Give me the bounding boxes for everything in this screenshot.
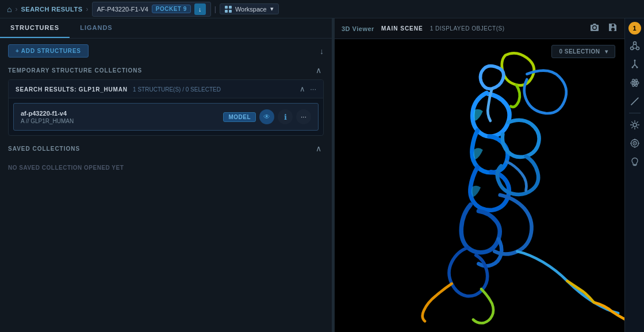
collection-more-btn[interactable]: ··· — [310, 85, 316, 93]
workspace-label: Workspace — [235, 6, 267, 13]
top-bar-row: + ADD STRUCTURES ↓ — [8, 44, 324, 58]
home-icon[interactable]: ⌂ — [7, 5, 12, 14]
more-options-button[interactable]: ··· — [296, 109, 311, 124]
panel-content: + ADD STRUCTURES ↓ TEMPORARY STRUCTURE C… — [0, 39, 332, 332]
saved-collections-title: SAVED COLLECTIONS — [8, 146, 80, 152]
breadcrumb-separator-2: › — [86, 5, 89, 13]
pocket-badge: POCKET 9 — [152, 5, 191, 13]
search-results-breadcrumb[interactable]: SEARCH RESULTS — [21, 6, 82, 13]
info-button[interactable]: ℹ — [278, 109, 293, 124]
svg-point-13 — [633, 123, 637, 127]
ellipsis-icon: ··· — [301, 113, 306, 121]
svg-point-16 — [634, 143, 635, 144]
workspace-button[interactable]: Workspace ▾ — [220, 3, 279, 14]
collection-controls: ∧ ··· — [300, 85, 316, 93]
settings-icon — [630, 120, 640, 130]
add-structures-button[interactable]: + ADD STRUCTURES — [8, 44, 89, 58]
download-all-button[interactable]: ↓ — [320, 47, 324, 56]
svg-line-4 — [636, 44, 637, 48]
saved-collections-collapse[interactable]: ∧ — [313, 144, 324, 153]
nav-divider: | — [214, 5, 216, 13]
snapshot-icon — [590, 23, 599, 32]
active-structure-item[interactable]: AF-P43220-F1-V4 POCKET 9 ↓ — [92, 2, 211, 17]
molecule-icon — [630, 41, 640, 51]
active-structure-label: AF-P43220-F1-V4 — [97, 6, 148, 13]
top-navigation: ⌂ › SEARCH RESULTS › AF-P43220-F1-V4 POC… — [0, 0, 644, 18]
snapshot-button[interactable] — [589, 22, 600, 35]
branch-icon — [630, 59, 640, 70]
temp-collections-collapse[interactable]: ∧ — [313, 66, 324, 75]
visibility-toggle-button[interactable]: 👁 — [259, 109, 274, 124]
main-layout: STRUCTURES LIGANDS + ADD STRUCTURES ↓ TE… — [0, 18, 644, 332]
lightbulb-icon — [630, 157, 640, 167]
svg-point-12 — [634, 82, 636, 84]
right-panel: 3D Viewer MAIN SCENE 1 DISPLAYED OBJECT(… — [335, 18, 644, 332]
save-icon — [608, 23, 618, 32]
saved-collections-header: SAVED COLLECTIONS ∧ — [8, 144, 324, 153]
collection-header: SEARCH RESULTS: GLP1R_HUMAN 1 STRUCTURE(… — [9, 80, 323, 98]
viewer-label: 3D Viewer — [342, 25, 374, 32]
saved-collections-section: SAVED COLLECTIONS ∧ NO SAVED COLLECTION … — [8, 144, 324, 178]
svg-point-7 — [631, 67, 633, 68]
workspace-dropdown-icon: ▾ — [270, 5, 274, 13]
selection-dropdown[interactable]: 0 SELECTION ▾ — [551, 45, 615, 58]
tabs-row: STRUCTURES LIGANDS — [0, 18, 332, 39]
viewer-objects-label: 1 DISPLAYED OBJECT(S) — [430, 25, 505, 32]
collection-title-prefix: SEARCH RESULTS: — [16, 86, 79, 93]
settings-button[interactable] — [627, 117, 643, 133]
temp-collections-title: TEMPORARY STRUCTURE COLLECTIONS — [8, 67, 142, 74]
measure-icon — [630, 96, 640, 106]
focus-button[interactable] — [627, 135, 643, 151]
structure-chain: A // GLP1R_HUMAN — [21, 118, 74, 124]
tab-ligands[interactable]: LIGANDS — [70, 18, 123, 38]
toolbar-divider-1 — [629, 113, 641, 113]
tree-view-button[interactable] — [627, 56, 643, 72]
eye-icon: 👁 — [263, 113, 270, 121]
save-view-button[interactable] — [607, 22, 619, 35]
svg-point-1 — [630, 47, 633, 50]
selection-dropdown-arrow: ▾ — [605, 48, 608, 55]
bond-view-button[interactable] — [627, 75, 643, 91]
grid-icon — [225, 6, 232, 13]
svg-line-3 — [632, 44, 634, 48]
collection-collapse-btn[interactable]: ∧ — [300, 85, 305, 93]
measure-button[interactable] — [627, 93, 643, 109]
atom-icon — [630, 78, 640, 88]
notification-badge: 1 — [628, 22, 641, 35]
info-icon: ℹ — [284, 113, 287, 121]
collection-block: SEARCH RESULTS: GLP1R_HUMAN 1 STRUCTURE(… — [8, 79, 324, 136]
viewer-header: 3D Viewer MAIN SCENE 1 DISPLAYED OBJECT(… — [335, 18, 644, 39]
temp-collections-header: TEMPORARY STRUCTURE COLLECTIONS ∧ — [8, 66, 324, 75]
breadcrumb-separator-1: › — [15, 5, 17, 13]
collection-meta: 1 STRUCTURE(S) / 0 SELECTED — [133, 86, 221, 93]
no-collection-message: NO SAVED COLLECTION OPENED YET — [8, 158, 324, 178]
model-badge: MODEL — [223, 112, 256, 122]
molecule-view-button[interactable] — [627, 38, 643, 54]
tab-structures[interactable]: STRUCTURES — [0, 18, 70, 38]
structure-item: af-p43220-f1-v4 A // GLP1R_HUMAN MODEL 👁… — [13, 103, 319, 131]
collection-title-highlight: GLP1R_HUMAN — [79, 86, 128, 93]
svg-point-6 — [634, 60, 635, 62]
add-structures-label: + ADD STRUCTURES — [16, 48, 81, 54]
target-icon — [630, 138, 640, 148]
structure-actions: MODEL 👁 ℹ ··· — [223, 109, 311, 124]
svg-point-2 — [636, 47, 639, 50]
protein-viewer[interactable]: 0 SELECTION ▾ — [335, 39, 644, 332]
selection-label: 0 SELECTION — [559, 48, 600, 55]
protein-visualization — [335, 39, 644, 332]
viewer-scene-label: MAIN SCENE — [381, 25, 423, 32]
collection-title-area: SEARCH RESULTS: GLP1R_HUMAN 1 STRUCTURE(… — [16, 85, 221, 93]
left-panel: STRUCTURES LIGANDS + ADD STRUCTURES ↓ TE… — [0, 18, 332, 332]
structure-download-button[interactable]: ↓ — [194, 3, 206, 15]
structure-info: af-p43220-f1-v4 A // GLP1R_HUMAN — [21, 110, 74, 124]
svg-point-8 — [636, 67, 638, 68]
lightbulb-button[interactable] — [627, 154, 643, 170]
structure-name: af-p43220-f1-v4 — [21, 110, 74, 117]
right-toolbar: 1 — [624, 18, 644, 332]
